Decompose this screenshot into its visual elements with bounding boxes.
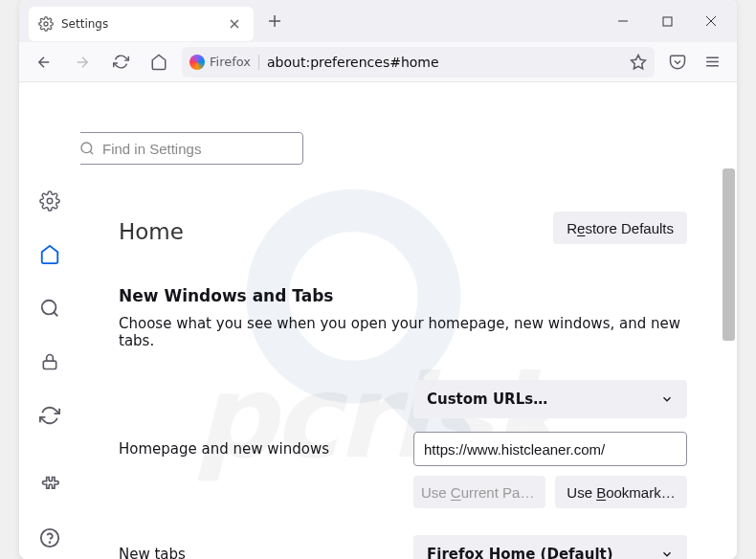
firefox-logo-icon — [189, 55, 205, 70]
home-icon — [39, 244, 60, 265]
sidebar-item-support[interactable] — [33, 521, 67, 555]
tab-close-button[interactable] — [225, 14, 244, 34]
back-button[interactable] — [29, 47, 59, 78]
star-icon[interactable] — [630, 54, 647, 71]
menu-button[interactable] — [697, 47, 727, 78]
homepage-mode-select[interactable]: Custom URLs… — [413, 380, 687, 418]
svg-rect-1 — [663, 17, 672, 26]
pocket-icon — [669, 54, 686, 71]
puzzle-icon — [40, 475, 59, 494]
arrow-right-icon — [74, 54, 91, 71]
tab-title: Settings — [61, 17, 217, 31]
sync-icon — [39, 405, 60, 426]
gear-icon — [38, 16, 54, 32]
pocket-button[interactable] — [662, 47, 693, 78]
sidebar-item-extensions[interactable] — [33, 467, 67, 502]
sidebar-item-general[interactable] — [33, 184, 67, 218]
settings-search-input[interactable] — [102, 141, 293, 157]
homepage-label: Homepage and new windows — [119, 440, 404, 458]
svg-rect-6 — [43, 361, 56, 369]
svg-point-4 — [47, 198, 53, 204]
search-icon — [80, 141, 95, 156]
homepage-url-input[interactable] — [413, 432, 687, 466]
urlbar-identity[interactable]: Firefox — [189, 55, 259, 70]
use-bookmark-button[interactable]: Use Bookmark… — [555, 476, 687, 508]
forward-button[interactable] — [67, 47, 98, 78]
close-icon — [229, 18, 240, 30]
browser-tab[interactable]: Settings — [29, 7, 254, 41]
window-maximize-button[interactable] — [645, 0, 689, 42]
svg-point-0 — [44, 22, 48, 26]
close-icon — [705, 15, 717, 27]
use-current-pages-button[interactable]: Use Current Pages — [413, 476, 545, 508]
new-tab-button[interactable] — [259, 6, 290, 36]
plus-icon — [268, 14, 281, 28]
window-titlebar: Settings — [19, 0, 737, 42]
sidebar-item-privacy[interactable] — [33, 345, 67, 379]
sidebar-item-sync[interactable] — [33, 398, 67, 433]
sidebar-item-home[interactable] — [33, 237, 67, 272]
window-close-button[interactable] — [689, 0, 733, 42]
help-icon — [39, 527, 60, 548]
sidebar-item-search[interactable] — [33, 291, 67, 325]
gear-icon — [39, 190, 60, 212]
minimize-icon — [617, 15, 629, 27]
section-desc: Choose what you see when you open your h… — [119, 315, 702, 349]
reload-button[interactable] — [105, 47, 136, 78]
browser-navbar: Firefox about:preferences#home — [19, 42, 737, 82]
newtabs-value: Firefox Home (Default) — [427, 546, 613, 559]
settings-sidebar — [19, 82, 80, 559]
hamburger-icon — [704, 54, 721, 70]
svg-point-9 — [81, 143, 92, 153]
lock-icon — [40, 352, 59, 371]
svg-point-8 — [50, 542, 51, 543]
maximize-icon — [662, 16, 673, 27]
settings-search-box[interactable] — [80, 132, 303, 165]
home-icon — [150, 54, 167, 71]
chevron-down-icon — [660, 548, 674, 559]
svg-point-5 — [42, 301, 56, 315]
section-title: New Windows and Tabs — [119, 286, 702, 305]
home-nav-button[interactable] — [144, 47, 174, 78]
newtabs-label: New tabs — [119, 546, 404, 559]
arrow-left-icon — [35, 54, 53, 71]
search-icon — [39, 298, 60, 319]
window-minimize-button[interactable] — [601, 0, 645, 42]
newtabs-select[interactable]: Firefox Home (Default) — [413, 535, 687, 559]
page-title: Home — [119, 219, 184, 244]
chevron-down-icon — [660, 392, 674, 406]
reload-icon — [113, 54, 129, 70]
restore-defaults-button[interactable]: Restore Defaults — [553, 212, 687, 244]
urlbar-identity-label: Firefox — [210, 55, 251, 69]
homepage-mode-label: Custom URLs… — [427, 391, 547, 408]
settings-main: Home Restore Defaults New Windows and Ta… — [80, 82, 737, 559]
urlbar-text: about:preferences#home — [267, 55, 622, 70]
scrollbar-thumb[interactable] — [723, 168, 735, 341]
url-bar[interactable]: Firefox about:preferences#home — [182, 47, 655, 78]
